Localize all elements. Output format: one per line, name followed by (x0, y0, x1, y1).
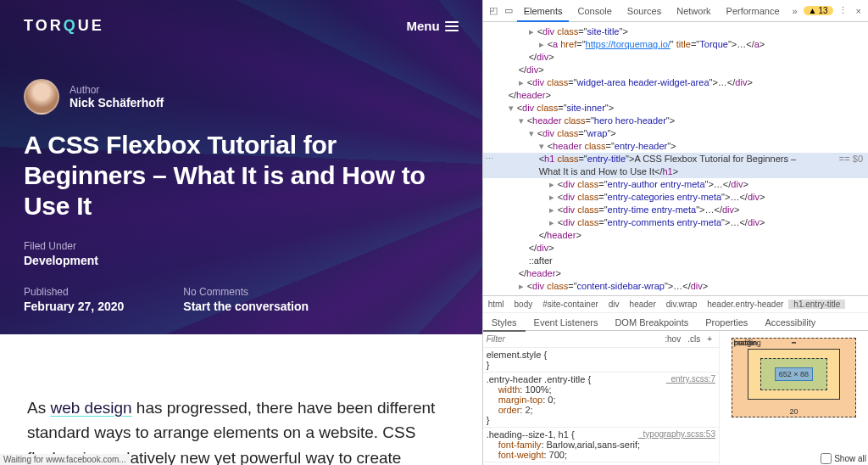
menu-label: Menu (406, 19, 439, 33)
author-row: Author Nick Schäferhoff (24, 79, 459, 115)
avatar[interactable] (24, 79, 59, 115)
warning-badge[interactable]: ▲ 13 (804, 6, 833, 15)
topbar: TORQUE Menu (0, 0, 482, 52)
tab-properties[interactable]: Properties (697, 313, 756, 332)
inspect-icon[interactable]: ◰ (487, 5, 500, 16)
published-meta: Published February 27, 2020 (24, 286, 124, 313)
category-link[interactable]: Development (24, 254, 98, 267)
device-icon[interactable]: ▭ (502, 5, 515, 16)
tab-console[interactable]: Console (570, 0, 618, 22)
entry-title: A CSS Flexbox Tutorial for Beginners – W… (24, 130, 459, 221)
comments-link[interactable]: Start the conversation (183, 300, 309, 313)
styles-bottom: :hov .cls + element.style {} _entry.scss… (483, 331, 868, 465)
tab-sources[interactable]: Sources (620, 0, 668, 22)
web-design-link[interactable]: web design (50, 399, 131, 417)
author-name[interactable]: Nick Schäferhoff (70, 96, 164, 109)
tab-elements[interactable]: Elements (517, 0, 570, 22)
breadcrumb: html body #site-container div header div… (483, 295, 868, 312)
show-all-toggle[interactable]: Show all (821, 453, 866, 464)
crumb-div[interactable]: div (604, 300, 625, 309)
crumb-container[interactable]: #site-container (537, 300, 604, 309)
website-viewport: TORQUE Menu Author Nick Schäferhoff A CS… (0, 0, 482, 465)
tab-styles[interactable]: Styles (483, 313, 526, 332)
cls-toggle[interactable]: .cls (684, 334, 704, 344)
box-model-pane[interactable]: margin– border– padding– 652 × 88 20 Sho… (719, 331, 868, 465)
settings-icon[interactable]: ⋮ (835, 5, 851, 16)
tab-event-listeners[interactable]: Event Listeners (526, 313, 607, 332)
crumb-entry-header[interactable]: header.entry-header (702, 300, 788, 309)
selected-dom-node[interactable]: <h1 class="entry-title">A CSS Flexbox Tu… (483, 153, 868, 178)
rule-entry-title[interactable]: _entry.scss:7 .entry-header .entry-title… (483, 373, 719, 428)
comments-meta: No Comments Start the conversation (183, 286, 309, 313)
crumb-html[interactable]: html (483, 300, 509, 309)
close-icon[interactable]: × (853, 6, 865, 16)
devtools-tabbar: ◰ ▭ Elements Console Sources Network Per… (483, 0, 868, 22)
crumb-wrap[interactable]: div.wrap (661, 300, 703, 309)
hov-toggle[interactable]: :hov (661, 334, 684, 344)
hamburger-icon (445, 21, 459, 31)
devtools-panel: ◰ ▭ Elements Console Sources Network Per… (482, 0, 868, 465)
author-label: Author (70, 84, 164, 96)
rule-heading[interactable]: _typography.scss:53 .heading--size-1, h1… (483, 428, 719, 462)
tab-accessibility[interactable]: Accessibility (756, 313, 824, 332)
tab-performance[interactable]: Performance (720, 0, 787, 22)
menu-button[interactable]: Menu (406, 19, 458, 33)
crumb-header[interactable]: header (625, 300, 661, 309)
article-body: As web design has progressed, there have… (0, 334, 482, 465)
crumb-h1[interactable]: h1.entry-title (788, 300, 845, 309)
filed-under: Filed Under Development (24, 240, 98, 267)
add-rule-icon[interactable]: + (704, 334, 715, 344)
crumb-body[interactable]: body (509, 300, 538, 309)
tab-network[interactable]: Network (670, 0, 717, 22)
styles-tabbar: Styles Event Listeners DOM Breakpoints P… (483, 312, 868, 331)
hero-content: Author Nick Schäferhoff A CSS Flexbox Tu… (0, 79, 482, 313)
browser-status-bar: Waiting for www.facebook.com... (0, 454, 130, 465)
rule-element-style[interactable]: element.style {} (483, 348, 719, 373)
more-tabs-icon[interactable]: » (788, 6, 802, 16)
site-logo[interactable]: TORQUE (24, 17, 104, 35)
dom-tree[interactable]: ▸<div class="site-title"> ▸<a href="http… (483, 22, 868, 295)
styles-filter-input[interactable] (487, 334, 662, 344)
hero-header: TORQUE Menu Author Nick Schäferhoff A CS… (0, 0, 482, 334)
tab-dom-breakpoints[interactable]: DOM Breakpoints (606, 313, 697, 332)
styles-pane[interactable]: :hov .cls + element.style {} _entry.scss… (483, 331, 719, 465)
